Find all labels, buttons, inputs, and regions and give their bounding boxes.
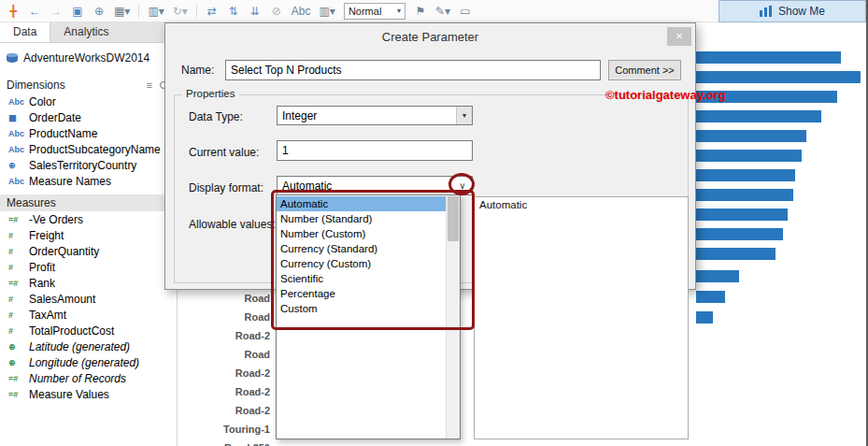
format-option[interactable]: Scientific: [277, 271, 446, 286]
data-type-value: Integer: [282, 109, 317, 122]
format-option[interactable]: Number (Standard): [277, 211, 446, 226]
clear-sheet-button[interactable]: ↻▾: [173, 1, 188, 22]
duplicate-sheet-button[interactable]: ▥▾: [148, 1, 164, 22]
format-option[interactable]: Currency (Standard): [277, 241, 446, 256]
format-option[interactable]: Automatic: [277, 196, 446, 211]
data-type-label: Data Type:: [189, 107, 243, 127]
field-label: Freight: [29, 229, 64, 242]
highlight-button[interactable]: ⊘: [270, 1, 283, 22]
show-me-label: Show Me: [778, 5, 825, 18]
measure-field[interactable]: ⊕ Longitude (generated): [0, 354, 177, 370]
field-label: Measure Names: [29, 175, 111, 188]
row-header[interactable]: Road-2: [178, 364, 277, 382]
new-worksheet-button[interactable]: ▦▾: [114, 1, 130, 22]
format-option[interactable]: Custom: [277, 301, 446, 316]
close-icon[interactable]: ×: [667, 27, 691, 46]
display-format-value: Automatic: [282, 180, 332, 193]
measure-field[interactable]: ⊕ Latitude (generated): [0, 338, 177, 354]
measure-field[interactable]: =# Number of Records: [0, 370, 177, 386]
tab-analytics[interactable]: Analytics: [50, 22, 121, 42]
format-option[interactable]: Percentage: [277, 286, 446, 301]
scrollbar-thumb[interactable]: [448, 196, 459, 241]
swap-rows-columns-button[interactable]: ⇄: [206, 1, 219, 22]
bar-chart-icon: [760, 6, 773, 17]
caret-down-icon: ▾: [397, 7, 401, 15]
measure-field[interactable]: # Freight: [0, 227, 177, 243]
bar-mark[interactable]: [696, 189, 793, 201]
measure-field[interactable]: # TotalProductCost: [0, 323, 177, 338]
pin-button[interactable]: ⚑: [414, 1, 427, 22]
bar-mark[interactable]: [696, 311, 713, 324]
current-value-label: Current value:: [189, 142, 259, 163]
bar-mark[interactable]: [696, 110, 821, 122]
show-me-button[interactable]: Show Me: [719, 0, 866, 22]
row-header[interactable]: Road: [178, 289, 277, 308]
add-data-source-button[interactable]: ⊕: [92, 1, 106, 22]
bar-mark[interactable]: [696, 51, 841, 64]
view-options-icon[interactable]: ≡: [147, 79, 152, 91]
bar-mark[interactable]: [696, 291, 725, 303]
row-header[interactable]: Road-2: [178, 382, 277, 401]
measure-field[interactable]: # Profit: [0, 259, 177, 275]
sort-descending-button[interactable]: ⇊: [249, 1, 262, 22]
display-format-select[interactable]: Automatic ∨: [277, 176, 473, 195]
sort-ascending-button[interactable]: ⇅: [227, 1, 240, 22]
save-button[interactable]: ▣: [71, 1, 84, 22]
bar-mark[interactable]: [696, 150, 802, 162]
name-input[interactable]: Select Top N Products: [225, 60, 601, 80]
measure-field[interactable]: # OrderQuantity: [0, 243, 177, 259]
dropdown-scrollbar[interactable]: [446, 195, 460, 439]
measure-field[interactable]: # TaxAmt: [0, 307, 177, 323]
fit-selector[interactable]: Normal ▾: [344, 3, 406, 20]
measure-field[interactable]: =# Rank: [0, 275, 177, 291]
bar-mark[interactable]: [696, 130, 806, 142]
bar-mark[interactable]: [696, 248, 776, 260]
field-type-icon: =#: [8, 279, 29, 288]
format-option[interactable]: Number (Custom): [277, 226, 446, 241]
dimension-field[interactable]: ⊕ SalesTerritoryCountry: [0, 157, 177, 173]
bar-mark[interactable]: [696, 71, 861, 83]
row-header[interactable]: Road 350: [178, 439, 277, 446]
field-type-icon: ⊕: [8, 342, 29, 352]
row-header[interactable]: Road-2: [178, 401, 277, 420]
field-label: OrderQuantity: [29, 245, 99, 258]
field-type-icon: #: [8, 326, 29, 336]
field-type-icon: ⊕: [8, 161, 29, 170]
measure-field[interactable]: # SalesAmount: [0, 291, 177, 307]
field-label: SalesTerritoryCountry: [29, 159, 136, 172]
field-label: Color: [29, 95, 56, 108]
current-value-input[interactable]: 1: [277, 140, 473, 161]
row-header[interactable]: Road: [178, 345, 277, 364]
presentation-mode-button[interactable]: ▭: [459, 1, 472, 22]
measure-field[interactable]: =# Measure Values: [0, 386, 177, 402]
show-mark-labels-button[interactable]: Abc: [292, 1, 311, 22]
field-label: Measure Values: [29, 388, 109, 401]
comment-button[interactable]: Comment >>: [608, 60, 681, 80]
row-header[interactable]: Touring-1: [178, 420, 277, 439]
data-type-select[interactable]: Integer ▾: [277, 106, 473, 125]
dimension-field[interactable]: Abc ProductName: [0, 125, 177, 141]
chevron-down-icon[interactable]: ∨: [453, 180, 472, 191]
tab-data[interactable]: Data: [0, 22, 50, 42]
bar-mark[interactable]: [696, 209, 788, 221]
current-value: 1: [282, 144, 289, 157]
bar-mark[interactable]: [696, 228, 783, 240]
dimension-field[interactable]: Abc ProductSubcategoryName: [0, 141, 177, 157]
dimension-field[interactable]: ▦ OrderDate: [0, 109, 177, 125]
format-option[interactable]: Currency (Custom): [277, 256, 446, 271]
bar-mark[interactable]: [696, 169, 795, 181]
dimension-field[interactable]: Abc Color: [0, 94, 177, 109]
field-label: TotalProductCost: [29, 324, 114, 338]
annotate-button[interactable]: ✎▾: [435, 1, 450, 22]
measure-field[interactable]: =# -Ve Orders: [0, 211, 177, 227]
dimension-field[interactable]: Abc Measure Names: [0, 173, 177, 189]
fix-axes-button[interactable]: ▥▾: [320, 1, 335, 22]
row-header[interactable]: Road: [178, 308, 277, 326]
field-label: SalesAmount: [29, 293, 95, 306]
bar-mark[interactable]: [696, 270, 739, 282]
format-preview-text: Automatic: [479, 199, 527, 210]
datasource-item[interactable]: AdventureWorksDW2014: [0, 47, 177, 69]
redo-button[interactable]: →: [50, 1, 63, 22]
undo-button[interactable]: ←: [28, 1, 41, 22]
row-header[interactable]: Road-2: [178, 326, 277, 345]
